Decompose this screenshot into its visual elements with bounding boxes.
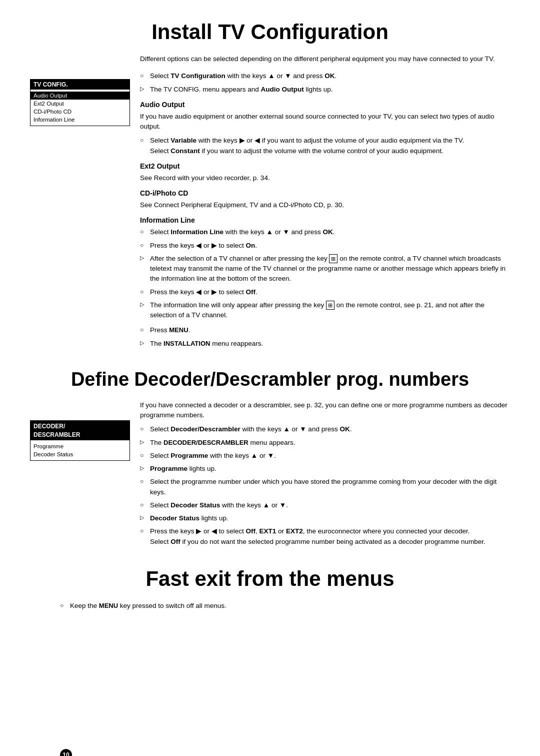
decoder-bullet-8: Press the keys ▶ or ◀ to select Off, EXT… bbox=[140, 526, 510, 547]
decoder-bullet-4: Programme lights up. bbox=[140, 464, 510, 474]
audio-bullet-variable: Select Variable with the keys ▶ or ◀ if … bbox=[140, 136, 510, 156]
tv-config-menu-header: TV CONFIG. bbox=[30, 80, 130, 90]
fast-exit-bullet: Keep the MENU key pressed to switch off … bbox=[60, 601, 510, 611]
menu-item-ext2-output: Ext2 Output bbox=[30, 100, 130, 108]
info-line-bullet-4: Press the keys ◀ or ▶ to select Off. bbox=[140, 287, 510, 297]
info-line-title: Information Line bbox=[140, 216, 510, 224]
fast-exit-section: Fast exit from the menus Keep the MENU k… bbox=[30, 567, 510, 611]
info-line-bullet-5: The information line will only appear af… bbox=[140, 300, 510, 321]
decoder-menu-panel: DECODER/DESCRAMBLER Programme Decoder St… bbox=[30, 400, 130, 552]
decoder-menu-header: DECODER/DESCRAMBLER bbox=[30, 421, 130, 441]
decoder-intro: If you have connected a decoder or a des… bbox=[140, 400, 510, 421]
install-main-bullets: Select TV Configuration with the keys ▲ … bbox=[140, 71, 510, 95]
define-decoder-content: DECODER/DESCRAMBLER Programme Decoder St… bbox=[30, 400, 510, 552]
menu-item-programme: Programme bbox=[30, 442, 130, 450]
cd-photo-desc: See Connect Peripheral Equipment, TV and… bbox=[140, 200, 510, 210]
install-tv-config-title: Install TV Configuration bbox=[30, 20, 510, 44]
decoder-bullets: Select Decoder/Descrambler with the keys… bbox=[140, 424, 510, 547]
info-line-final-bullets: Press MENU. The INSTALLATION menu reappe… bbox=[140, 325, 510, 349]
fast-exit-bullets: Keep the MENU key pressed to switch off … bbox=[60, 601, 510, 611]
audio-output-desc: If you have audio equipment or another e… bbox=[140, 112, 510, 132]
tv-config-menu-items: Audio Output Ext2 Output CD-i/Photo CD I… bbox=[30, 90, 130, 126]
audio-output-title: Audio Output bbox=[140, 101, 510, 109]
define-decoder-right: If you have connected a decoder or a des… bbox=[140, 400, 510, 552]
menu-item-decoder-status: Decoder Status bbox=[30, 450, 130, 458]
decoder-bullet-3: Select Programme with the keys ▲ or ▼. bbox=[140, 451, 510, 461]
menu-item-info-line: Information Line bbox=[30, 116, 130, 124]
define-decoder-section: Define Decoder/Descrambler prog. numbers… bbox=[30, 369, 510, 552]
tv-config-menu-panel: TV CONFIG. Audio Output Ext2 Output CD-i… bbox=[30, 54, 130, 354]
install-intro: Different options can be selected depend… bbox=[140, 54, 510, 64]
installation-reappears-bullet: The INSTALLATION menu reappears. bbox=[140, 339, 510, 349]
ext2-output-title: Ext2 Output bbox=[140, 162, 510, 170]
install-bullet-1: Select TV Configuration with the keys ▲ … bbox=[140, 71, 510, 81]
decoder-bullet-1: Select Decoder/Descrambler with the keys… bbox=[140, 424, 510, 434]
info-line-bullets: Select Information Line with the keys ▲ … bbox=[140, 227, 510, 320]
install-tv-config-content: TV CONFIG. Audio Output Ext2 Output CD-i… bbox=[30, 54, 510, 354]
decoder-bullet-5: Select the programme number under which … bbox=[140, 477, 510, 497]
page-number: 10 bbox=[60, 749, 72, 756]
menu-item-audio-output: Audio Output bbox=[30, 92, 130, 100]
decoder-bullet-6: Select Decoder Status with the keys ▲ or… bbox=[140, 500, 510, 510]
info-line-bullet-2: Press the keys ◀ or ▶ to select On. bbox=[140, 241, 510, 251]
decoder-menu-items: Programme Decoder Status bbox=[30, 440, 130, 460]
cd-photo-title: CD-i/Photo CD bbox=[140, 189, 510, 197]
install-tv-config-section: Install TV Configuration TV CONFIG. Audi… bbox=[30, 20, 510, 354]
menu-item-cd-photo: CD-i/Photo CD bbox=[30, 108, 130, 116]
fast-exit-content: Keep the MENU key pressed to switch off … bbox=[60, 601, 510, 611]
decoder-menu-box: DECODER/DESCRAMBLER Programme Decoder St… bbox=[30, 420, 130, 461]
tv-config-menu-box: TV CONFIG. Audio Output Ext2 Output CD-i… bbox=[30, 79, 130, 126]
decoder-bullet-2: The DECODER/DESCRAMBLER menu appears. bbox=[140, 438, 510, 448]
install-bullet-2: The TV CONFIG. menu appears and Audio Ou… bbox=[140, 85, 510, 95]
fast-exit-title: Fast exit from the menus bbox=[30, 567, 510, 591]
info-line-bullet-3: After the selection of a TV channel or a… bbox=[140, 254, 510, 284]
info-line-bullet-1: Select Information Line with the keys ▲ … bbox=[140, 227, 510, 237]
press-menu-bullet: Press MENU. bbox=[140, 325, 510, 335]
ext2-output-desc: See Record with your video recorder, p. … bbox=[140, 173, 510, 183]
define-decoder-title: Define Decoder/Descrambler prog. numbers bbox=[30, 369, 510, 390]
decoder-bullet-7: Decoder Status lights up. bbox=[140, 513, 510, 523]
install-tv-config-right: Different options can be selected depend… bbox=[140, 54, 510, 354]
audio-output-bullets: Select Variable with the keys ▶ or ◀ if … bbox=[140, 136, 510, 156]
